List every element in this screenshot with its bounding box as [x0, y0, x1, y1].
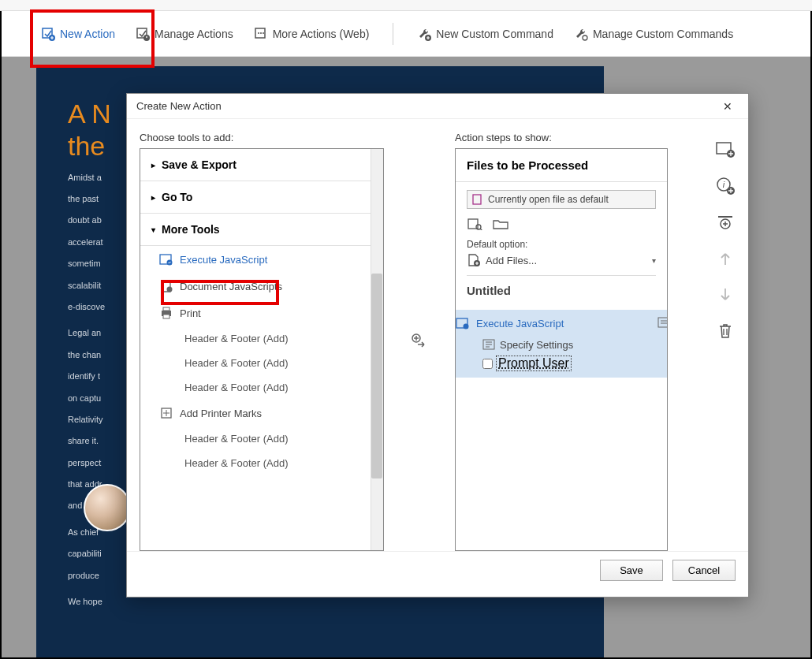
add-to-steps-button[interactable] — [408, 330, 431, 353]
tool-header-footer-add[interactable]: Header & Footer (Add) — [140, 426, 383, 451]
svg-text:i: i — [723, 180, 725, 189]
more-actions-button[interactable]: More Actions (Web) — [254, 27, 370, 41]
chevron-right-icon: ▸ — [151, 193, 155, 202]
chevron-down-icon: ▾ — [652, 256, 656, 265]
close-icon[interactable]: ✕ — [717, 97, 739, 116]
create-new-action-dialog: Create New Action ✕ Choose tools to add:… — [126, 93, 749, 598]
folder-icon[interactable] — [492, 217, 509, 231]
wrench-gear-icon — [574, 27, 588, 41]
svg-point-23 — [464, 324, 469, 330]
svg-point-6 — [260, 32, 262, 34]
default-option-label: Default option: — [467, 239, 656, 250]
wrench-plus-icon — [417, 27, 431, 41]
toolbar-divider — [393, 23, 393, 45]
file-icon — [472, 194, 483, 205]
svg-point-12 — [167, 287, 173, 292]
javascript-icon — [456, 316, 470, 330]
step-options-icon[interactable] — [657, 316, 668, 330]
prompt-user-label: Prompt User — [496, 356, 572, 371]
javascript-icon — [159, 252, 173, 266]
tool-document-javascripts[interactable]: Document JavaScripts — [140, 273, 383, 300]
dialog-title: Create New Action — [136, 100, 222, 112]
tool-header-footer-add[interactable]: Header & Footer (Add) — [140, 375, 383, 400]
tools-panel: ▸Save & Export ▸Go To ▾More Tools Execut… — [140, 148, 384, 551]
step-execute-javascript[interactable]: Execute JavaScript Specify Settings Prom… — [455, 310, 668, 378]
new-custom-command-button[interactable]: New Custom Command — [417, 27, 553, 41]
new-action-icon — [41, 27, 55, 41]
add-instruction-icon[interactable]: i — [715, 177, 736, 195]
more-actions-icon — [254, 27, 268, 41]
move-up-icon[interactable] — [715, 250, 736, 267]
move-down-icon[interactable] — [715, 286, 736, 303]
delete-icon[interactable] — [715, 322, 736, 340]
manage-actions-button[interactable]: Manage Actions — [136, 27, 233, 41]
action-wizard-toolbar: New Action Manage Actions More Actions (… — [2, 11, 810, 57]
chevron-down-icon: ▾ — [151, 225, 155, 234]
svg-point-9 — [583, 35, 587, 40]
author-avatar — [84, 484, 131, 531]
svg-rect-18 — [473, 195, 481, 204]
print-icon — [159, 306, 173, 320]
svg-rect-15 — [163, 315, 169, 318]
browse-icon[interactable] — [467, 217, 484, 231]
save-button[interactable]: Save — [600, 560, 663, 581]
printer-marks-icon — [159, 406, 173, 420]
svg-point-7 — [263, 32, 264, 34]
tool-header-footer-add[interactable]: Header & Footer (Add) — [140, 326, 383, 351]
svg-point-5 — [258, 32, 259, 34]
manage-actions-icon — [136, 27, 150, 41]
settings-icon — [482, 338, 495, 351]
add-files-dropdown[interactable]: Add Files... ▾ — [467, 250, 656, 275]
tool-print[interactable]: Print — [140, 300, 383, 326]
manage-custom-commands-button[interactable]: Manage Custom Commands — [574, 27, 733, 41]
svg-rect-14 — [163, 307, 169, 311]
steps-panel: Files to be Processed Currently open fil… — [455, 148, 668, 551]
prompt-user-checkbox[interactable] — [482, 359, 493, 369]
svg-rect-24 — [658, 318, 668, 327]
category-save-export[interactable]: ▸Save & Export — [140, 149, 383, 181]
action-steps-label: Action steps to show: — [455, 132, 706, 143]
chevron-right-icon: ▸ — [151, 161, 155, 169]
choose-tools-label: Choose tools to add: — [140, 132, 384, 143]
cancel-button[interactable]: Cancel — [672, 560, 736, 581]
tool-header-footer-add[interactable]: Header & Footer (Add) — [140, 351, 383, 375]
document-js-icon — [159, 279, 173, 293]
step-side-controls: i — [715, 132, 736, 551]
category-go-to[interactable]: ▸Go To — [140, 181, 383, 214]
open-file-default[interactable]: Currently open file as default — [467, 190, 656, 209]
add-divider-icon[interactable] — [715, 214, 736, 231]
scrollbar-thumb[interactable] — [371, 274, 382, 478]
add-panel-icon[interactable] — [715, 141, 736, 158]
tool-header-footer-add[interactable]: Header & Footer (Add) — [140, 451, 383, 475]
tool-execute-javascript[interactable]: Execute JavaScript — [140, 246, 383, 273]
tool-add-printer-marks[interactable]: Add Printer Marks — [140, 400, 383, 426]
new-action-button[interactable]: New Action — [41, 27, 115, 41]
add-file-icon — [467, 253, 481, 267]
new-action-label: New Action — [60, 28, 115, 40]
specify-settings-link[interactable]: Specify Settings — [500, 339, 573, 351]
files-header: Files to be Processed — [456, 149, 667, 182]
category-more-tools[interactable]: ▾More Tools — [140, 214, 383, 246]
action-name-untitled: Untitled — [467, 275, 656, 302]
